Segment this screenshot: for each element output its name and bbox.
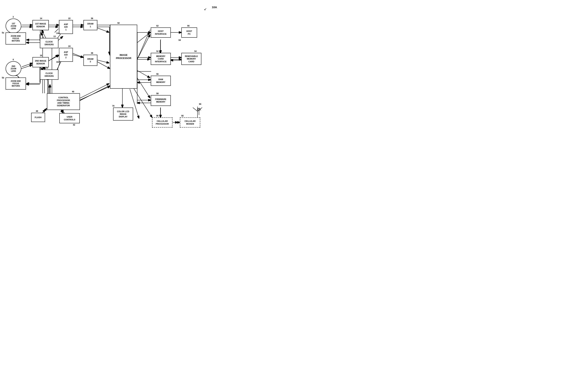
asp-ad-2-label: ASPA/D2 [64,51,68,59]
second-zoom-lens-label: 2ND ZOOM LENS [11,65,16,72]
clock-drivers-bottom-number: 15 [46,67,48,69]
second-zoom-lens-number: 4 [13,58,14,61]
cellular-modem-label: CELLULARMODEM [185,120,195,125]
cellular-processor-label: CELLULARPROCESSOR [156,120,169,125]
cellular-modem-box: CELLULARMODEM [180,117,200,128]
removable-memory-card-box: REMOVABLEMEMORYCARD [181,53,201,65]
first-zoom-lens-box: 1ST ZOOM LENS [6,19,21,33]
control-processor-box: CONTROLPROCESSORAND TIMINGGENERATOR [47,93,80,110]
zoom-focus-motors-b-label: ZOOM ANDFOCUSMOTORS [11,80,21,87]
svg-line-72 [80,86,110,100]
svg-line-4 [55,29,58,32]
dram-2-number: 38 [91,52,93,54]
color-lcd-label: COLOR LCDIMAGEDISPLAY [117,110,129,118]
flash-box: FLASH [31,113,45,122]
cellular-processor-number: 90 [156,115,159,117]
svg-line-74 [80,85,110,101]
svg-line-33 [137,32,150,43]
memory-card-interface-box: MEMORYCARDINTERFACE [151,53,171,65]
zoom-focus-motors-a-number: 5a [2,32,4,34]
svg-line-57 [22,63,32,67]
dram-1-label: DRAM1 [87,22,93,28]
first-image-sensor-box: 1ST IMAGESENSOR [32,20,49,30]
control-processor-number: 40 [72,90,74,93]
first-zoom-lens-label: 1ST ZOOM LENS [11,22,16,30]
first-zoom-lens-number: 3 [13,16,14,18]
block-diagram: 1ST ZOOM LENS 3 ZOOM ANDFOCUSMOTORS 5a 2… [0,0,223,147]
zoom-focus-motors-b-number: 5b [2,77,4,79]
svg-line-38 [137,70,150,78]
clock-drivers-bottom-label: CLOCKDRIVERS [45,72,54,77]
control-processor-label: CONTROLPROCESSORAND TIMINGGENERATOR [57,96,70,107]
svg-line-62 [73,53,84,58]
first-image-sensor-number: 14 [40,17,42,20]
diagram-number: 10A [212,6,217,9]
svg-point-100 [198,110,200,111]
svg-line-39 [137,78,150,98]
cellular-processor-box: CELLULARPROCESSOR [152,117,172,128]
user-controls-number: 42 [73,124,75,126]
svg-line-28 [80,84,109,98]
clock-drivers-top-box: CLOCKDRIVERS [40,38,58,48]
firmware-memory-box: FIRMWAREMEMORY [151,95,171,106]
ram-memory-number: 56 [156,73,159,75]
antenna-number: 94 [199,103,201,105]
asp-ad-1-box: ASPA/D1 [59,20,73,34]
clock-drivers-top-number: 13 [53,35,56,38]
dram-1-box: DRAM1 [84,20,97,30]
removable-memory-card-number: 54 [194,50,197,52]
flash-label: FLASH [35,116,42,119]
firmware-memory-label: FIRMWAREMEMORY [155,98,166,103]
svg-line-61 [49,55,59,61]
dram-2-label: DRAM2 [87,58,93,63]
image-processor-number: 50 [117,22,120,24]
asp-ad-1-label: ASPA/D1 [64,23,68,31]
dram-1-number: 36 [91,17,93,20]
svg-line-73 [80,86,110,100]
color-lcd-box: COLOR LCDIMAGEDISPLAY [113,108,133,121]
corner-arrow: ↙ [204,7,207,11]
user-controls-box: USERCONTROLS [59,113,80,123]
image-processor-box: IMAGEPROCESSOR [110,25,137,89]
memory-card-interface-number: 52 [156,50,159,52]
host-interface-box: HOSTINTERFACE [151,27,171,38]
zoom-focus-motors-b-box: ZOOM ANDFOCUSMOTORS [6,78,26,89]
zoom-focus-motors-a-label: ZOOM ANDFOCUSMOTORS [11,35,21,42]
second-zoom-lens-box: 2ND ZOOM LENS [6,61,21,76]
user-controls-label: USERCONTROLS [64,115,75,121]
clock-drivers-bottom-box: CLOCKDRIVERS [40,69,58,80]
svg-line-9 [21,65,32,69]
firmware-memory-number: 58 [156,92,159,95]
host-interface-label: HOSTINTERFACE [155,30,167,35]
host-interface-64: 64 [179,39,181,41]
memory-card-interface-label: MEMORYCARDINTERFACE [155,55,167,63]
antenna-symbol [196,105,202,117]
color-lcd-number: 70 [112,105,114,107]
host-pc-box: HOSTPC [181,27,197,38]
second-image-sensor-label: 2ND IMAGESENSOR [35,60,46,65]
asp-ad-1-number: 22 [68,17,70,20]
image-processor-label: IMAGEPROCESSOR [116,54,131,60]
second-image-sensor-number: 16 [40,54,42,57]
svg-line-10 [48,55,58,61]
cellular-modem-number: 92 [181,115,184,117]
clock-drivers-top-label: CLOCKDRIVERS [45,41,54,46]
second-image-sensor-box: 2ND IMAGESENSOR [32,57,49,67]
svg-line-90 [133,88,152,117]
asp-ad-2-box: ASPA/D2 [59,48,73,62]
first-image-sensor-label: 1ST IMAGESENSOR [35,22,46,28]
ram-memory-label: RAMMEMORY [156,78,165,84]
host-pc-number: 66 [187,25,189,27]
svg-line-31 [137,30,150,59]
removable-memory-card-label: REMOVABLEMEMORYCARD [185,55,198,63]
dram-2-box: DRAM2 [84,55,97,66]
asp-ad-2-number: 24 [68,45,70,47]
zoom-focus-motors-a-box: ZOOM ANDFOCUSMOTORS [6,32,26,44]
svg-line-29 [137,34,150,59]
flash-number: 48 [36,110,38,112]
svg-line-11 [72,55,84,58]
ram-memory-box: RAMMEMORY [151,76,171,86]
host-interface-number: 62 [156,25,159,27]
asp-ad-1-number2: 14e [56,32,60,34]
host-pc-label: HOSTPC [186,30,192,35]
